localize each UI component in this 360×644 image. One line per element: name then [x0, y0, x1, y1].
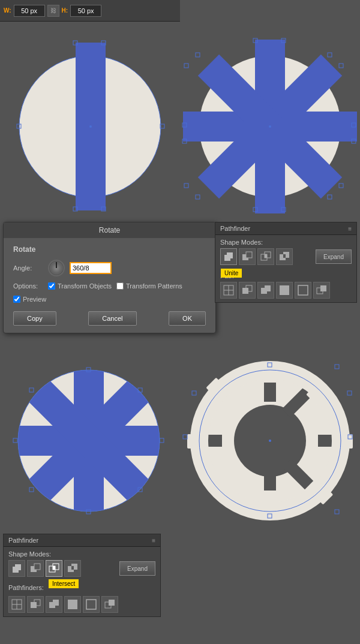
- svg-rect-41: [265, 254, 267, 258]
- svg-rect-90: [263, 499, 277, 516]
- svg-rect-105: [192, 391, 196, 395]
- angle-dial[interactable]: [48, 260, 65, 276]
- svg-rect-26: [196, 195, 200, 199]
- expand-button-top[interactable]: Expand: [316, 249, 352, 264]
- panel-menu-icon[interactable]: ≡: [348, 225, 352, 232]
- pathfinders-label: Pathfinders:: [4, 580, 160, 594]
- angle-input[interactable]: [70, 262, 112, 274]
- svg-rect-81: [264, 459, 276, 490]
- svg-rect-38: [246, 252, 252, 258]
- svg-rect-126: [109, 600, 115, 606]
- divide-button-bottom[interactable]: [8, 596, 25, 613]
- unite-button[interactable]: Unite: [220, 248, 237, 265]
- canvas-circle-rect: [0, 22, 177, 219]
- copy-button[interactable]: Copy: [13, 311, 56, 326]
- svg-rect-51: [265, 285, 271, 291]
- merge-button-top[interactable]: [257, 282, 274, 299]
- rotate-dialog: Rotate Rotate Angle: Options: Transform …: [3, 222, 216, 333]
- minus-back-button-top[interactable]: [313, 282, 330, 299]
- svg-rect-68: [29, 388, 34, 392]
- svg-rect-120: [31, 602, 37, 608]
- svg-rect-48: [242, 288, 248, 294]
- options-label: Options:: [13, 282, 43, 290]
- svg-rect-89: [263, 366, 277, 383]
- cancel-button[interactable]: Cancel: [88, 311, 136, 326]
- intersect-button-top[interactable]: [257, 248, 274, 265]
- pathfinders-buttons-top: [215, 282, 356, 302]
- exclude-button[interactable]: [276, 248, 293, 265]
- svg-rect-104: [183, 435, 187, 439]
- width-input[interactable]: [14, 5, 45, 17]
- shape-modes-buttons-bottom: Expand: [4, 560, 160, 580]
- svg-rect-116: [71, 566, 74, 570]
- svg-rect-91: [187, 434, 204, 449]
- pathfinder-bottom-title: Pathfinder ≡: [4, 534, 160, 547]
- svg-rect-63: [13, 438, 17, 443]
- minus-front-button[interactable]: [239, 248, 256, 265]
- svg-rect-22: [328, 195, 332, 199]
- svg-rect-52: [280, 285, 289, 295]
- minus-back-button-bottom[interactable]: [101, 596, 118, 613]
- divide-button-top[interactable]: [220, 282, 237, 299]
- merge-button-bottom[interactable]: [46, 596, 62, 613]
- width-label: W:: [4, 7, 11, 14]
- svg-rect-92: [336, 434, 353, 449]
- shape-modes-label-bottom: Shape Modes:: [4, 547, 160, 560]
- svg-rect-64: [160, 438, 164, 443]
- svg-point-32: [269, 125, 271, 128]
- svg-rect-99: [335, 365, 339, 369]
- rotate-section-title: Rotate: [13, 245, 206, 254]
- svg-rect-18: [328, 53, 332, 57]
- pathfinder-panel-title: Pathfinder ≡: [215, 222, 356, 235]
- angle-label: Angle:: [13, 264, 43, 272]
- panel-menu-icon-bottom[interactable]: ≡: [152, 537, 155, 544]
- svg-rect-53: [298, 285, 308, 295]
- unite-button-bottom[interactable]: [8, 560, 25, 577]
- expand-button-bottom[interactable]: Expand: [119, 561, 155, 576]
- crop-button-top[interactable]: [276, 282, 293, 299]
- svg-rect-19: [339, 64, 343, 68]
- transform-objects-checkbox[interactable]: Transform Objects: [48, 282, 112, 290]
- svg-rect-113: [53, 566, 55, 570]
- svg-rect-100: [347, 391, 352, 395]
- svg-rect-110: [34, 564, 40, 570]
- svg-rect-44: [283, 254, 286, 258]
- height-label: H:: [62, 7, 68, 14]
- pathfinders-buttons-bottom: [4, 596, 160, 616]
- canvas-intersect: [180, 360, 360, 522]
- unite-tooltip: Unite: [221, 269, 242, 278]
- svg-rect-31: [184, 64, 188, 68]
- svg-point-106: [269, 440, 271, 442]
- trim-button-bottom[interactable]: [27, 596, 44, 613]
- pathfinder-panel-top: Pathfinder ≡ Shape Modes: Unite: [215, 222, 357, 303]
- outline-button-bottom[interactable]: [83, 596, 100, 613]
- dialog-title: Rotate: [4, 222, 215, 238]
- svg-rect-70: [29, 487, 34, 492]
- svg-rect-102: [335, 510, 339, 514]
- svg-point-10: [89, 125, 92, 128]
- intersect-button-bottom[interactable]: [46, 560, 62, 577]
- preview-checkbox[interactable]: Preview: [13, 296, 46, 303]
- pathfinder-panel-bottom: Pathfinder ≡ Shape Modes:: [3, 534, 161, 617]
- outline-button-top[interactable]: [295, 282, 311, 299]
- svg-rect-36: [227, 252, 233, 258]
- trim-button-top[interactable]: [239, 282, 256, 299]
- height-input[interactable]: [70, 5, 101, 17]
- svg-rect-108: [15, 564, 21, 570]
- exclude-button-bottom[interactable]: [64, 560, 81, 577]
- canvas-united: [0, 360, 177, 522]
- svg-rect-54: [320, 285, 326, 291]
- svg-rect-124: [68, 600, 77, 609]
- minus-front-button-bottom[interactable]: [27, 560, 44, 577]
- svg-rect-123: [53, 600, 59, 606]
- shape-modes-label: Shape Modes:: [215, 235, 356, 248]
- ok-button[interactable]: OK: [169, 311, 206, 326]
- transform-patterns-checkbox[interactable]: Transform Patterns: [116, 282, 182, 290]
- crop-button-bottom[interactable]: [64, 596, 81, 613]
- svg-rect-125: [86, 600, 96, 609]
- toolbar: W: ⛓ H:: [0, 0, 180, 22]
- svg-rect-27: [184, 183, 188, 188]
- link-icon[interactable]: ⛓: [47, 5, 59, 17]
- intersect-tooltip: Intersect: [49, 579, 79, 588]
- canvas-asterisk: [180, 22, 360, 219]
